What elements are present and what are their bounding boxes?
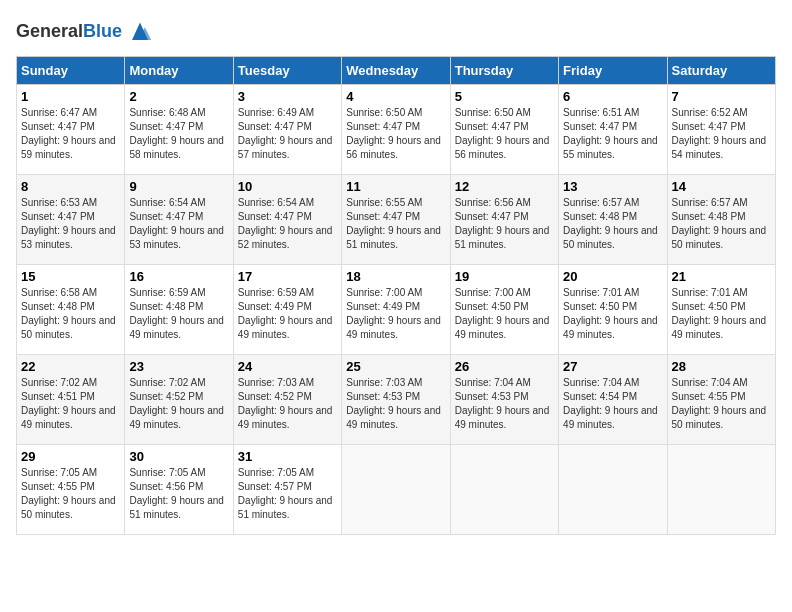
daylight-label: Daylight: 9 hours and 56 minutes. <box>346 135 441 160</box>
logo: GeneralBlue <box>16 16 156 48</box>
sunrise-label: Sunrise: 7:03 AM <box>238 377 314 388</box>
day-number: 20 <box>563 269 662 284</box>
day-info: Sunrise: 7:03 AM Sunset: 4:53 PM Dayligh… <box>346 376 445 432</box>
calendar-cell: 30 Sunrise: 7:05 AM Sunset: 4:56 PM Dayl… <box>125 445 233 535</box>
day-info: Sunrise: 6:57 AM Sunset: 4:48 PM Dayligh… <box>563 196 662 252</box>
sunset-label: Sunset: 4:47 PM <box>455 211 529 222</box>
calendar-cell <box>342 445 450 535</box>
calendar-cell: 27 Sunrise: 7:04 AM Sunset: 4:54 PM Dayl… <box>559 355 667 445</box>
day-info: Sunrise: 7:04 AM Sunset: 4:55 PM Dayligh… <box>672 376 771 432</box>
sunrise-label: Sunrise: 7:04 AM <box>563 377 639 388</box>
sunrise-label: Sunrise: 6:55 AM <box>346 197 422 208</box>
sunrise-label: Sunrise: 6:54 AM <box>238 197 314 208</box>
sunset-label: Sunset: 4:47 PM <box>563 121 637 132</box>
weekday-header-sunday: Sunday <box>17 57 125 85</box>
sunset-label: Sunset: 4:54 PM <box>563 391 637 402</box>
calendar-cell: 8 Sunrise: 6:53 AM Sunset: 4:47 PM Dayli… <box>17 175 125 265</box>
day-info: Sunrise: 7:01 AM Sunset: 4:50 PM Dayligh… <box>672 286 771 342</box>
sunset-label: Sunset: 4:47 PM <box>21 121 95 132</box>
daylight-label: Daylight: 9 hours and 51 minutes. <box>346 225 441 250</box>
day-number: 18 <box>346 269 445 284</box>
calendar-week-3: 15 Sunrise: 6:58 AM Sunset: 4:48 PM Dayl… <box>17 265 776 355</box>
daylight-label: Daylight: 9 hours and 57 minutes. <box>238 135 333 160</box>
sunrise-label: Sunrise: 7:02 AM <box>129 377 205 388</box>
calendar-cell: 15 Sunrise: 6:58 AM Sunset: 4:48 PM Dayl… <box>17 265 125 355</box>
weekday-header-wednesday: Wednesday <box>342 57 450 85</box>
day-number: 4 <box>346 89 445 104</box>
sunrise-label: Sunrise: 6:59 AM <box>129 287 205 298</box>
calendar-cell: 12 Sunrise: 6:56 AM Sunset: 4:47 PM Dayl… <box>450 175 558 265</box>
sunset-label: Sunset: 4:57 PM <box>238 481 312 492</box>
sunset-label: Sunset: 4:47 PM <box>455 121 529 132</box>
daylight-label: Daylight: 9 hours and 50 minutes. <box>563 225 658 250</box>
calendar-cell: 5 Sunrise: 6:50 AM Sunset: 4:47 PM Dayli… <box>450 85 558 175</box>
calendar-cell: 31 Sunrise: 7:05 AM Sunset: 4:57 PM Dayl… <box>233 445 341 535</box>
day-number: 6 <box>563 89 662 104</box>
daylight-label: Daylight: 9 hours and 56 minutes. <box>455 135 550 160</box>
daylight-label: Daylight: 9 hours and 51 minutes. <box>129 495 224 520</box>
sunrise-label: Sunrise: 7:00 AM <box>346 287 422 298</box>
sunset-label: Sunset: 4:48 PM <box>563 211 637 222</box>
sunset-label: Sunset: 4:47 PM <box>346 121 420 132</box>
day-number: 29 <box>21 449 120 464</box>
day-info: Sunrise: 6:50 AM Sunset: 4:47 PM Dayligh… <box>455 106 554 162</box>
day-number: 23 <box>129 359 228 374</box>
sunset-label: Sunset: 4:53 PM <box>346 391 420 402</box>
day-number: 27 <box>563 359 662 374</box>
sunrise-label: Sunrise: 7:04 AM <box>672 377 748 388</box>
calendar-cell: 17 Sunrise: 6:59 AM Sunset: 4:49 PM Dayl… <box>233 265 341 355</box>
daylight-label: Daylight: 9 hours and 52 minutes. <box>238 225 333 250</box>
sunrise-label: Sunrise: 6:49 AM <box>238 107 314 118</box>
calendar-week-5: 29 Sunrise: 7:05 AM Sunset: 4:55 PM Dayl… <box>17 445 776 535</box>
sunrise-label: Sunrise: 7:05 AM <box>129 467 205 478</box>
daylight-label: Daylight: 9 hours and 50 minutes. <box>672 225 767 250</box>
day-info: Sunrise: 6:55 AM Sunset: 4:47 PM Dayligh… <box>346 196 445 252</box>
day-number: 26 <box>455 359 554 374</box>
calendar-cell: 7 Sunrise: 6:52 AM Sunset: 4:47 PM Dayli… <box>667 85 775 175</box>
calendar-cell: 11 Sunrise: 6:55 AM Sunset: 4:47 PM Dayl… <box>342 175 450 265</box>
day-info: Sunrise: 6:47 AM Sunset: 4:47 PM Dayligh… <box>21 106 120 162</box>
daylight-label: Daylight: 9 hours and 49 minutes. <box>129 405 224 430</box>
sunset-label: Sunset: 4:48 PM <box>129 301 203 312</box>
sunset-label: Sunset: 4:55 PM <box>21 481 95 492</box>
day-number: 8 <box>21 179 120 194</box>
sunset-label: Sunset: 4:53 PM <box>455 391 529 402</box>
day-number: 24 <box>238 359 337 374</box>
logo-general: GeneralBlue <box>16 22 122 42</box>
daylight-label: Daylight: 9 hours and 49 minutes. <box>129 315 224 340</box>
day-number: 15 <box>21 269 120 284</box>
calendar-cell: 10 Sunrise: 6:54 AM Sunset: 4:47 PM Dayl… <box>233 175 341 265</box>
day-number: 3 <box>238 89 337 104</box>
day-number: 21 <box>672 269 771 284</box>
weekday-header-tuesday: Tuesday <box>233 57 341 85</box>
day-number: 16 <box>129 269 228 284</box>
daylight-label: Daylight: 9 hours and 49 minutes. <box>238 405 333 430</box>
sunrise-label: Sunrise: 7:02 AM <box>21 377 97 388</box>
sunset-label: Sunset: 4:56 PM <box>129 481 203 492</box>
sunrise-label: Sunrise: 6:48 AM <box>129 107 205 118</box>
calendar-cell: 1 Sunrise: 6:47 AM Sunset: 4:47 PM Dayli… <box>17 85 125 175</box>
calendar-cell: 28 Sunrise: 7:04 AM Sunset: 4:55 PM Dayl… <box>667 355 775 445</box>
day-info: Sunrise: 7:03 AM Sunset: 4:52 PM Dayligh… <box>238 376 337 432</box>
daylight-label: Daylight: 9 hours and 51 minutes. <box>238 495 333 520</box>
day-info: Sunrise: 7:00 AM Sunset: 4:50 PM Dayligh… <box>455 286 554 342</box>
sunrise-label: Sunrise: 7:04 AM <box>455 377 531 388</box>
calendar-cell: 29 Sunrise: 7:05 AM Sunset: 4:55 PM Dayl… <box>17 445 125 535</box>
sunset-label: Sunset: 4:48 PM <box>21 301 95 312</box>
calendar-cell <box>667 445 775 535</box>
sunrise-label: Sunrise: 7:01 AM <box>563 287 639 298</box>
sunset-label: Sunset: 4:52 PM <box>129 391 203 402</box>
sunrise-label: Sunrise: 6:56 AM <box>455 197 531 208</box>
daylight-label: Daylight: 9 hours and 54 minutes. <box>672 135 767 160</box>
calendar-cell: 25 Sunrise: 7:03 AM Sunset: 4:53 PM Dayl… <box>342 355 450 445</box>
calendar-cell: 21 Sunrise: 7:01 AM Sunset: 4:50 PM Dayl… <box>667 265 775 355</box>
daylight-label: Daylight: 9 hours and 49 minutes. <box>455 405 550 430</box>
sunset-label: Sunset: 4:47 PM <box>672 121 746 132</box>
day-info: Sunrise: 6:53 AM Sunset: 4:47 PM Dayligh… <box>21 196 120 252</box>
sunset-label: Sunset: 4:47 PM <box>21 211 95 222</box>
day-number: 11 <box>346 179 445 194</box>
sunrise-label: Sunrise: 7:00 AM <box>455 287 531 298</box>
weekday-header-thursday: Thursday <box>450 57 558 85</box>
day-number: 17 <box>238 269 337 284</box>
daylight-label: Daylight: 9 hours and 49 minutes. <box>21 405 116 430</box>
